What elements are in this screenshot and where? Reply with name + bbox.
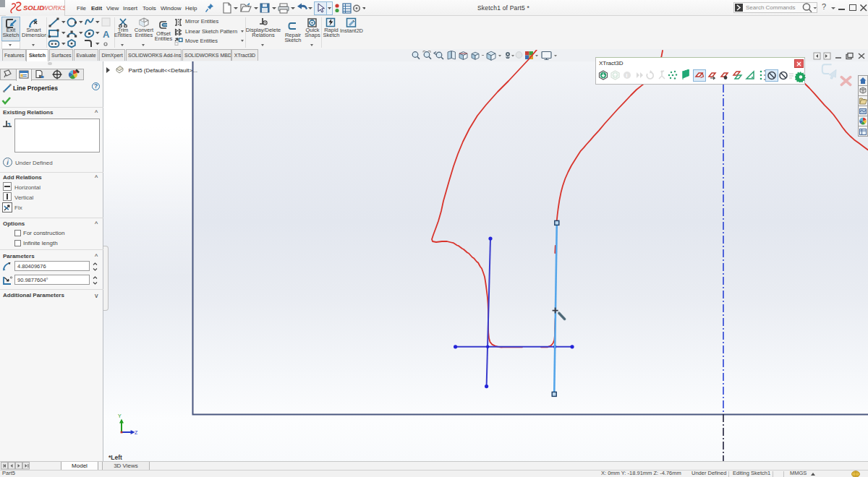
- svg-text:i: i: [626, 72, 627, 79]
- svg-text:WORKS: WORKS: [42, 4, 65, 12]
- svg-text:A: A: [103, 29, 110, 40]
- svg-text:SOLID: SOLID: [23, 4, 44, 12]
